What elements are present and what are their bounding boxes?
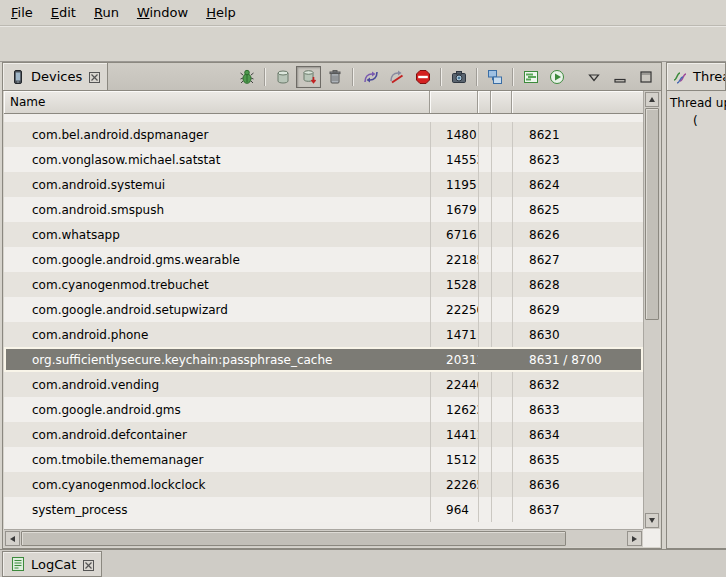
cell-port: 8629 <box>512 297 643 322</box>
vertical-scroll-thumb[interactable] <box>645 108 659 320</box>
close-icon[interactable] <box>89 71 100 82</box>
menu-item-text: ile <box>18 5 33 20</box>
process-row[interactable]: com.vonglasow.michael.satstat145538623 <box>4 147 643 172</box>
cell-status-2 <box>491 297 512 322</box>
process-row[interactable]: com.android.defcontainer144118634 <box>4 422 643 447</box>
menu-item-text: elp <box>216 5 236 20</box>
scroll-down-button[interactable] <box>645 513 659 528</box>
cell-port: 8633 <box>512 397 643 422</box>
horizontal-scrollbar[interactable] <box>4 529 643 547</box>
dump-view-hierarchy-icon[interactable] <box>482 66 507 88</box>
cell-process-name: com.android.phone <box>4 322 430 347</box>
cell-process-name: system_process <box>4 497 430 522</box>
view-menu-icon[interactable] <box>581 66 606 88</box>
cell-process-name: com.cyanogenmod.lockclock <box>4 472 430 497</box>
devices-toolbar <box>234 63 661 90</box>
cell-status-2 <box>491 147 512 172</box>
cell-status-2 <box>491 372 512 397</box>
menu-item-file[interactable]: File <box>2 1 42 24</box>
toolbar-separator <box>264 68 265 86</box>
toolbar-separator <box>352 68 353 86</box>
menu-bar: FileEditRunWindowHelp <box>0 0 726 26</box>
threads-view: Threa Thread up ( <box>666 62 726 549</box>
vertical-scrollbar[interactable] <box>643 91 660 529</box>
screen-capture-icon[interactable] <box>446 66 471 88</box>
threads-message-line1: Thread up <box>670 96 726 110</box>
arrow-left-icon <box>10 536 15 542</box>
tab-logcat[interactable]: LogCat <box>2 551 102 577</box>
cell-status-1 <box>478 397 491 422</box>
cell-pid: 14411 <box>430 422 478 447</box>
process-row[interactable]: com.android.phone14718630 <box>4 322 643 347</box>
process-row[interactable]: com.bel.android.dspmanager14808621 <box>4 122 643 147</box>
cell-port: 8624 <box>512 172 643 197</box>
cause-gc-icon[interactable] <box>322 66 347 88</box>
partial-row <box>4 114 643 122</box>
menu-item-run[interactable]: Run <box>85 1 128 24</box>
process-table: Name com.bel.android.dspmanager14808621c… <box>4 91 660 547</box>
capture-systrace-icon[interactable] <box>518 66 543 88</box>
devices-tabbar: Devices <box>3 63 661 91</box>
cell-port: 8621 <box>512 122 643 147</box>
dump-hprof-icon[interactable] <box>296 66 321 88</box>
cell-process-name: com.vonglasow.michael.satstat <box>4 147 430 172</box>
arrow-right-icon <box>632 536 637 542</box>
menu-item-edit[interactable]: Edit <box>42 1 85 24</box>
scroll-left-button[interactable] <box>5 531 20 546</box>
scroll-right-button[interactable] <box>627 531 642 546</box>
tab-devices[interactable]: Devices <box>3 63 108 90</box>
start-method-profiling-icon[interactable] <box>384 66 409 88</box>
update-threads-icon[interactable] <box>358 66 383 88</box>
horizontal-scroll-thumb[interactable] <box>21 531 566 546</box>
process-row[interactable]: com.android.smspush16798625 <box>4 197 643 222</box>
start-opengl-trace-icon[interactable] <box>544 66 569 88</box>
cell-pid: 1195 <box>430 172 478 197</box>
main-toolbar <box>0 26 726 62</box>
update-heap-icon[interactable] <box>270 66 295 88</box>
threads-message-line2: ( <box>693 114 726 128</box>
menu-item-window[interactable]: Window <box>128 1 197 24</box>
column-header-name[interactable]: Name <box>4 91 430 113</box>
column-header-port[interactable] <box>512 91 643 113</box>
scroll-up-button[interactable] <box>645 92 659 107</box>
toolbar-separator <box>440 68 441 86</box>
process-row[interactable]: com.google.android.setupwizard222508629 <box>4 297 643 322</box>
close-icon[interactable] <box>83 559 94 570</box>
process-row[interactable]: com.google.android.gms.wearable221858627 <box>4 247 643 272</box>
stop-process-icon[interactable] <box>410 66 435 88</box>
cell-pid: 14553 <box>430 147 478 172</box>
cell-pid: 6716 <box>430 222 478 247</box>
cell-port: 8625 <box>512 197 643 222</box>
maximize-icon[interactable] <box>633 66 658 88</box>
column-header-status1[interactable] <box>478 91 491 113</box>
tab-threads[interactable]: Threa <box>667 63 726 90</box>
cell-process-name: org.sufficientlysecure.keychain:passphra… <box>4 347 430 372</box>
process-row[interactable]: com.cyanogenmod.trebuchet15288628 <box>4 272 643 297</box>
cell-status-2 <box>491 447 512 472</box>
process-row[interactable]: com.android.vending224408632 <box>4 372 643 397</box>
menu-item-help[interactable]: Help <box>197 1 245 24</box>
menu-item-mnemonic: E <box>51 5 59 20</box>
process-row[interactable]: com.whatsapp67168626 <box>4 222 643 247</box>
cell-status-2 <box>491 347 512 372</box>
cell-port: 8634 <box>512 422 643 447</box>
tab-logcat-label: LogCat <box>31 557 76 572</box>
cell-pid: 964 <box>430 497 478 522</box>
cell-pid: 1512 <box>430 447 478 472</box>
cell-pid: 22185 <box>430 247 478 272</box>
cell-process-name: com.whatsapp <box>4 222 430 247</box>
cell-status-2 <box>491 222 512 247</box>
process-row[interactable]: com.google.android.gms126238633 <box>4 397 643 422</box>
cell-status-1 <box>478 372 491 397</box>
process-row-selected[interactable]: org.sufficientlysecure.keychain:passphra… <box>4 347 643 372</box>
process-row[interactable]: system_process9648637 <box>4 497 643 522</box>
cell-process-name: com.android.defcontainer <box>4 422 430 447</box>
process-row[interactable]: com.android.systemui11958624 <box>4 172 643 197</box>
menu-item-mnemonic: W <box>137 5 150 20</box>
column-header-pid[interactable] <box>430 91 478 113</box>
minimize-icon[interactable] <box>607 66 632 88</box>
process-row[interactable]: com.cyanogenmod.lockclock222658636 <box>4 472 643 497</box>
process-row[interactable]: com.tmobile.thememanager15128635 <box>4 447 643 472</box>
debug-process-icon[interactable] <box>234 66 259 88</box>
column-header-status2[interactable] <box>491 91 512 113</box>
